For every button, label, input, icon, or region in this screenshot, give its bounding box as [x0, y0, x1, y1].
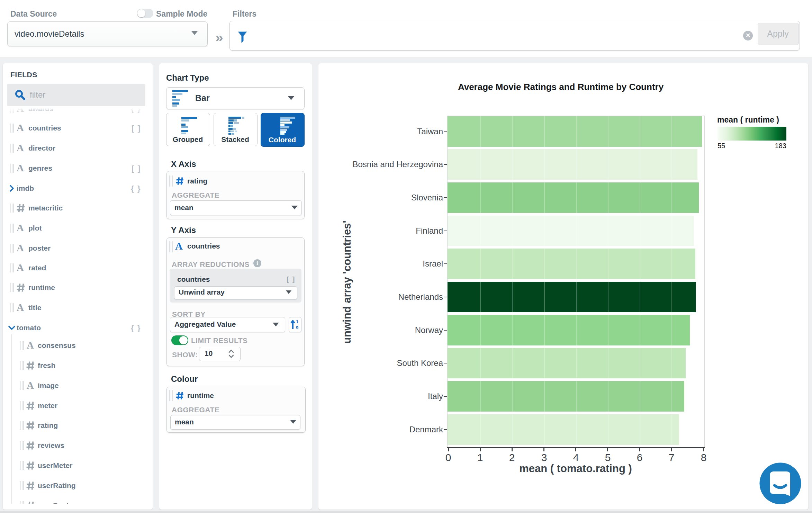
- svg-text:9: 9: [296, 325, 298, 330]
- svg-text:1: 1: [296, 319, 298, 324]
